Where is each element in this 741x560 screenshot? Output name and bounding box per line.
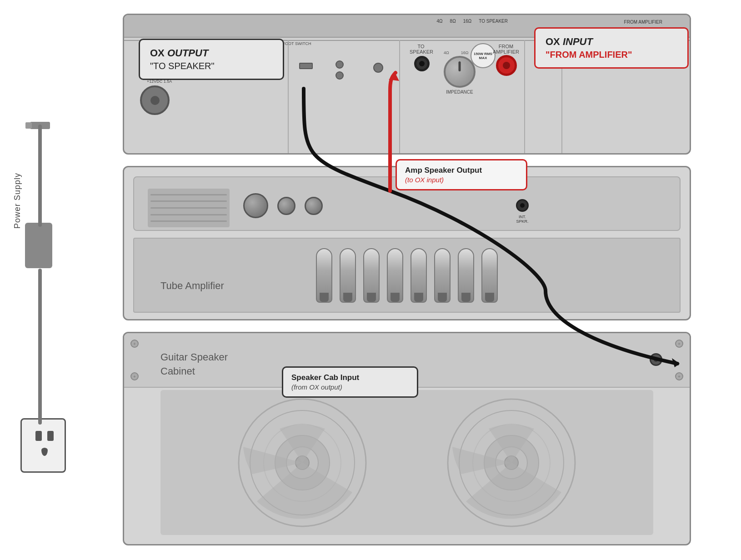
tube-4	[387, 248, 403, 303]
speaker-cab-label: Guitar Speaker Cabinet	[160, 350, 228, 379]
power-supply-label: Power Supply	[13, 173, 22, 229]
callout-cab-title: Speaker Cab Input	[291, 373, 409, 382]
callout-cab-sub-suffix: )	[340, 383, 342, 391]
callout-amp-title: Amp Speaker Output	[405, 166, 518, 175]
divider-1	[288, 40, 289, 153]
from-amplifier-jack-center	[503, 62, 510, 69]
impedance-label: IMPEDANCE	[444, 90, 476, 95]
callout-cab-input: Speaker Cab Input (from OX output)	[282, 366, 418, 398]
vent-4	[150, 214, 227, 215]
impedance-knob	[444, 56, 476, 88]
usb-area	[299, 63, 313, 69]
cab-screw-bl	[130, 372, 139, 380]
callout-input-italic: INPUT	[563, 36, 593, 47]
cab-screw-tl	[130, 340, 139, 348]
impedance-pointer	[459, 61, 461, 71]
from-amplifier-small-label: FROM AMPLIFIER	[488, 44, 524, 55]
amp-knob-1	[243, 193, 268, 218]
usb-connector	[30, 122, 50, 129]
callout-amp-sub: (to OX input)	[405, 176, 518, 184]
callout-amp-sub-italic: input	[427, 176, 442, 184]
usb-port	[299, 63, 313, 69]
to-speaker-jack-center	[419, 61, 425, 66]
callout-amp-sub-suffix: )	[441, 176, 444, 184]
tube-6	[434, 248, 451, 303]
tube-1	[316, 248, 332, 303]
tube-7	[458, 248, 474, 303]
cab-label-line2: Cabinet	[160, 365, 228, 379]
vent-1	[150, 194, 227, 195]
speaker-cone-svg	[202, 390, 611, 535]
speaker-grille	[160, 390, 653, 535]
tube-5	[411, 248, 427, 303]
vent-5	[150, 220, 227, 222]
to-speaker-small-label: TO SPEAKER	[410, 44, 432, 55]
callout-output-subtitle: "TO SPEAKER"	[150, 61, 273, 71]
cab-label-line1: Guitar Speaker	[160, 350, 228, 365]
footswitch-port	[373, 63, 383, 73]
impedance-dial-area: 4Ω 16Ω IMPEDANCE	[444, 50, 476, 95]
callout-cab-sub: (from OX output)	[291, 383, 409, 391]
tube-3	[363, 248, 380, 303]
imp-4: 4Ω	[437, 19, 443, 24]
amp-knob-2	[277, 197, 295, 215]
callout-ox-input: OX INPUT "FROM AMPLIFIER"	[534, 27, 689, 69]
footswitch-header: FOOT SWITCH	[279, 41, 315, 47]
spdif-port-1	[335, 60, 344, 69]
outlet-hole-left	[35, 431, 42, 441]
guitar-speaker-cabinet: Guitar Speaker Cabinet	[123, 332, 691, 545]
vent-3	[150, 207, 227, 209]
callout-amp-sub-prefix: (to OX	[405, 176, 427, 184]
xlr-center	[150, 96, 160, 105]
to-speaker-jack	[414, 56, 430, 71]
vent-2	[150, 200, 227, 202]
divider-3	[524, 40, 525, 153]
cab-input-jack	[650, 353, 662, 366]
diagram-container: Power Supply 4Ω 8Ω	[0, 0, 741, 560]
callout-amp-speaker: Amp Speaker Output (to OX input)	[396, 159, 527, 190]
callout-input-subtitle: "FROM AMPLIFIER"	[546, 50, 677, 60]
callout-output-italic: OUTPUT	[167, 47, 208, 59]
callout-ox-output: OX OUTPUT "TO SPEAKER"	[139, 39, 284, 80]
cab-screw-tr	[675, 340, 683, 348]
impedance-top-labels: 4Ω 8Ω 16Ω TO SPEAKER	[437, 19, 508, 24]
power-adapter	[25, 223, 52, 268]
callout-input-title: OX INPUT	[546, 36, 677, 48]
spdif-area	[335, 60, 344, 80]
outlet-hole-right	[47, 431, 54, 441]
callout-output-title: OX OUTPUT	[150, 47, 273, 59]
cab-jack-center	[654, 357, 658, 362]
amp-speaker-output-jack	[516, 199, 529, 212]
to-speaker-top: TO SPEAKER	[479, 19, 508, 24]
footswitch-area	[373, 63, 383, 73]
imp-16: 16Ω	[463, 19, 472, 24]
imp-dial-4: 4Ω	[444, 50, 449, 55]
power-outlet	[20, 418, 66, 473]
from-amplifier-top: FROM AMPLIFIER	[624, 20, 662, 25]
from-amplifier-jack	[496, 55, 517, 76]
amp-back-tubes	[133, 238, 681, 313]
int-spkr-label: INT. SPKR.	[512, 215, 532, 224]
callout-cab-sub-prefix: (from OX	[291, 383, 321, 391]
outlet-hole-ground	[41, 448, 48, 456]
tube-8	[481, 248, 498, 303]
imp-8: 8Ω	[450, 19, 456, 24]
imp-dial-16: 16Ω	[461, 50, 469, 55]
xlr-connector	[140, 85, 170, 115]
divider-2	[399, 40, 400, 153]
amp-vent-left	[148, 189, 230, 227]
cab-screw-br	[675, 372, 683, 380]
tube-amp-label: Tube Amplifier	[160, 280, 224, 292]
amp-knob-3	[305, 197, 323, 215]
spdif-port-2	[335, 71, 344, 80]
callout-cab-sub-italic: output	[321, 383, 340, 391]
amp-controls	[243, 193, 323, 218]
tube-2	[340, 248, 356, 303]
